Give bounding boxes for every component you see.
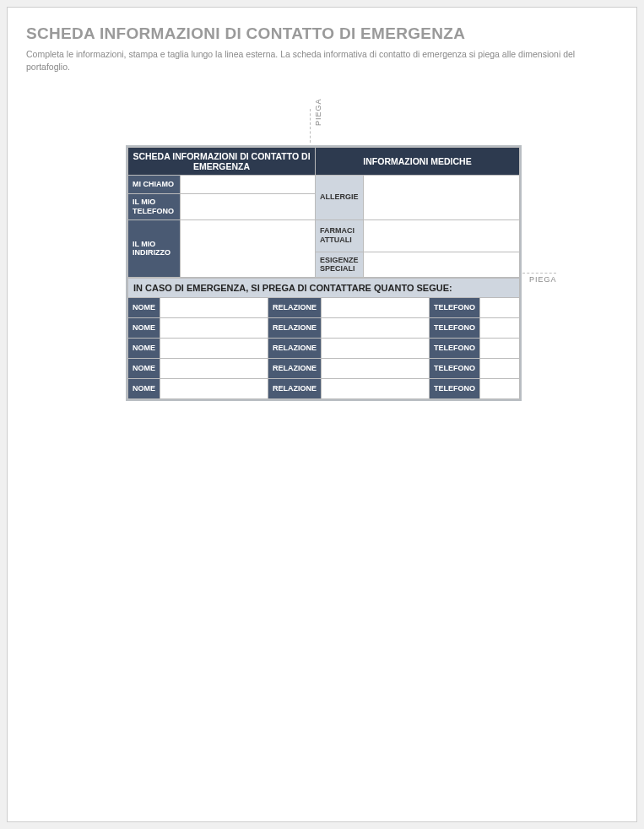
contact-label-phone: TELEFONO <box>430 339 480 359</box>
label-meds: FARMACI ATTUALI <box>316 219 364 252</box>
contact-value-name[interactable] <box>160 379 268 399</box>
value-name[interactable] <box>181 176 316 194</box>
contact-value-name[interactable] <box>160 359 268 379</box>
contact-label-relation: RELAZIONE <box>268 379 322 399</box>
value-allergies[interactable] <box>363 176 519 220</box>
label-address: IL MIO INDIRIZZO <box>128 219 181 278</box>
contact-value-name[interactable] <box>160 318 268 339</box>
contact-value-phone[interactable] <box>480 359 520 379</box>
fold-label-top: PIEGA <box>314 98 322 126</box>
contact-value-name[interactable] <box>160 298 268 318</box>
fold-label-right: PIEGA <box>529 275 557 284</box>
contact-label-name: NOME <box>128 298 160 318</box>
contact-label-name: NOME <box>128 359 160 379</box>
contact-label-relation: RELAZIONE <box>268 339 322 359</box>
contact-value-phone[interactable] <box>480 379 520 399</box>
contact-value-phone[interactable] <box>480 318 520 339</box>
emergency-section-header: IN CASO DI EMERGENZA, SI PREGA DI CONTAT… <box>128 279 520 298</box>
label-allergies: ALLERGIE <box>316 176 364 220</box>
contact-value-phone[interactable] <box>480 339 520 359</box>
contact-label-relation: RELAZIONE <box>268 359 322 379</box>
contact-label-relation: RELAZIONE <box>268 298 322 318</box>
label-special: ESIGENZE SPECIALI <box>316 252 364 278</box>
fold-line-top: PIEGA <box>310 109 311 143</box>
contact-value-relation[interactable] <box>322 359 430 379</box>
header-left: SCHEDA INFORMAZIONI DI CONTATTO DI EMERG… <box>128 148 316 176</box>
value-special[interactable] <box>363 252 519 278</box>
fold-line-right: PIEGA <box>522 273 556 274</box>
contact-label-name: NOME <box>128 379 160 399</box>
document-page: SCHEDA INFORMAZIONI DI CONTATTO DI EMERG… <box>7 7 637 822</box>
contact-label-phone: TELEFONO <box>430 298 480 318</box>
contact-label-name: NOME <box>128 339 160 359</box>
card-top-table: SCHEDA INFORMAZIONI DI CONTATTO DI EMERG… <box>127 147 520 278</box>
label-phone: IL MIO TELEFONO <box>128 194 181 220</box>
contact-value-name[interactable] <box>160 339 268 359</box>
emergency-card: SCHEDA INFORMAZIONI DI CONTATTO DI EMERG… <box>126 145 522 401</box>
value-address[interactable] <box>181 219 316 278</box>
emergency-contacts-table: IN CASO DI EMERGENZA, SI PREGA DI CONTAT… <box>127 278 520 399</box>
contact-label-name: NOME <box>128 318 160 339</box>
page-subtitle: Completa le informazioni, stampa e tagli… <box>26 48 618 73</box>
contact-value-relation[interactable] <box>322 298 430 318</box>
page-title: SCHEDA INFORMAZIONI DI CONTATTO DI EMERG… <box>26 24 618 43</box>
value-phone[interactable] <box>181 194 316 220</box>
contact-value-phone[interactable] <box>480 298 520 318</box>
contact-label-phone: TELEFONO <box>430 318 480 339</box>
contact-value-relation[interactable] <box>322 318 430 339</box>
label-name: MI CHIAMO <box>128 176 181 194</box>
contact-label-phone: TELEFONO <box>430 359 480 379</box>
contact-label-relation: RELAZIONE <box>268 318 322 339</box>
contact-label-phone: TELEFONO <box>430 379 480 399</box>
contact-value-relation[interactable] <box>322 379 430 399</box>
value-meds[interactable] <box>363 219 519 252</box>
header-right: INFORMAZIONI MEDICHE <box>316 148 520 176</box>
contact-value-relation[interactable] <box>322 339 430 359</box>
